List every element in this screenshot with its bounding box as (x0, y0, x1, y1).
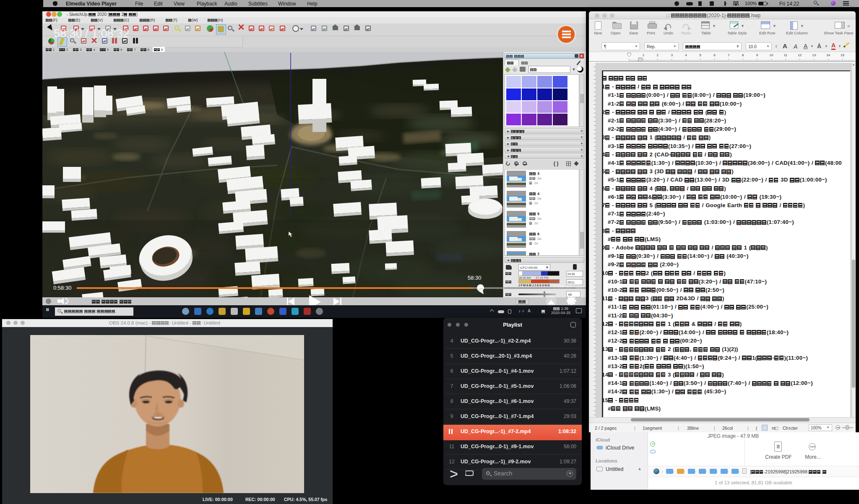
svg-text:8: 8 (742, 53, 744, 57)
svg-text:10: 10 (770, 53, 773, 57)
svg-text:13: 13 (812, 53, 816, 57)
svg-text:7: 7 (728, 53, 730, 57)
svg-text:1: 1 (643, 53, 645, 57)
svg-text:2: 2 (657, 53, 659, 57)
svg-text:12: 12 (798, 53, 802, 57)
svg-text:15: 15 (841, 53, 844, 57)
svg-text:6: 6 (713, 53, 716, 57)
svg-text:14: 14 (826, 53, 830, 57)
svg-text:9: 9 (756, 53, 758, 57)
svg-text:11: 11 (784, 53, 788, 57)
svg-text:3: 3 (671, 53, 673, 57)
svg-text:5: 5 (699, 53, 701, 57)
svg-text:4: 4 (685, 53, 687, 57)
